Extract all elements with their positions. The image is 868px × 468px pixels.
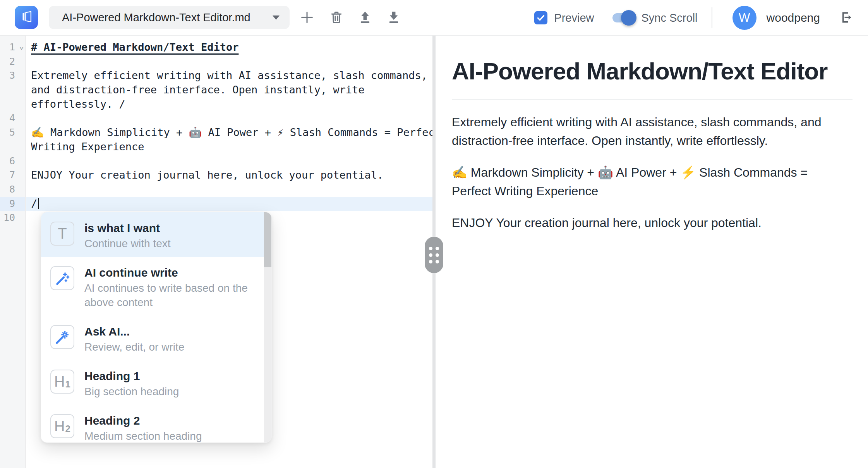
menu-item-title: is what I want (84, 220, 171, 236)
heading-1-icon: H1 (50, 370, 74, 394)
logout-icon (839, 10, 854, 26)
preview-paragraph: Extremely efficient writing with AI assi… (452, 113, 845, 150)
line-number: 5 (0, 126, 25, 140)
sync-scroll-toggle[interactable]: Sync Scroll (612, 12, 697, 24)
line-number: 3 (0, 69, 25, 83)
app-logo[interactable] (15, 6, 38, 29)
preview-paragraph: ✍️ Markdown Simplicity + 🤖 AI Power + ⚡ … (452, 163, 845, 200)
code-line-active[interactable]: / (26, 197, 432, 211)
menu-item-ai-continue-write[interactable]: AI continue write AI continues to write … (41, 257, 271, 316)
menu-item-title: AI continue write (84, 265, 256, 281)
toolbar-right: Preview Sync Scroll W woodpeng (534, 0, 856, 36)
line-number: 4 (0, 111, 25, 126)
menu-item-ask-ai[interactable]: Ask AI... Review, edit, or write (41, 316, 271, 360)
journal-book-icon (19, 9, 34, 26)
menu-item-title: Heading 2 (84, 413, 202, 429)
line-number: 8 (0, 182, 25, 197)
avatar: W (732, 6, 756, 30)
trash-icon (329, 10, 344, 25)
menu-item-heading-1[interactable]: H1 Heading 1 Big section heading (41, 360, 271, 405)
preview-pane: AI-Powered Markdown/Text Editor Extremel… (436, 36, 868, 468)
download-icon (386, 10, 401, 25)
menu-scrollbar-thumb[interactable] (264, 212, 271, 267)
line-number: 6 (0, 154, 25, 169)
text-cursor (38, 198, 39, 209)
username-label: woodpeng (767, 11, 820, 24)
code-line[interactable] (26, 182, 432, 197)
download-button[interactable] (385, 9, 403, 26)
menu-item-continue-with-text[interactable]: T is what I want Continue with text (41, 212, 271, 257)
preview-paragraph: ENJOY Your creation journal here, unlock… (452, 213, 845, 232)
line-number (0, 97, 25, 112)
toggle-knob (621, 10, 636, 26)
line-number: 1⌄ (0, 40, 25, 55)
preview-label: Preview (554, 12, 594, 24)
code-line[interactable] (26, 154, 432, 169)
fold-chevron-icon[interactable]: ⌄ (19, 39, 24, 53)
line-number: 7 (0, 168, 25, 182)
user-menu[interactable]: W woodpeng (732, 6, 820, 30)
toolbar-divider (712, 7, 712, 28)
menu-item-desc: Review, edit, or write (84, 340, 184, 354)
code-line[interactable]: effortlessly. / (26, 97, 432, 112)
menu-item-desc: Medium section heading (84, 429, 202, 443)
code-line[interactable]: Writing Experience (26, 140, 432, 154)
line-number (0, 140, 25, 154)
menu-item-desc: Big section heading (84, 384, 179, 399)
menu-item-desc: AI continues to write based on the above… (84, 281, 256, 310)
menu-item-title: Ask AI... (84, 323, 184, 340)
menu-item-title: Heading 1 (84, 368, 179, 384)
code-line[interactable]: # AI-Powered Markdown/Text Editor (26, 40, 432, 55)
checkbox-checked-icon (534, 11, 547, 24)
heading-2-icon: H2 (50, 414, 74, 438)
menu-scrollbar-track[interactable] (264, 212, 271, 442)
code-line[interactable]: ENJOY Your creation journal here, unlock… (26, 168, 432, 182)
grip-dots-icon (429, 247, 439, 263)
text-icon: T (50, 222, 74, 246)
sync-scroll-label: Sync Scroll (641, 12, 697, 24)
line-number: 2 (0, 55, 25, 69)
new-file-button[interactable] (298, 9, 316, 26)
app-window: AI-Powered Markdown-Text Editor.md (0, 0, 868, 468)
code-line[interactable] (26, 55, 432, 69)
code-line[interactable]: and distraction-free interface. Open ins… (26, 83, 432, 97)
filename-label: AI-Powered Markdown-Text Editor.md (62, 11, 250, 24)
magic-wand-icon (50, 266, 74, 290)
filename-dropdown[interactable]: AI-Powered Markdown-Text Editor.md (49, 6, 290, 29)
pane-resize-handle[interactable] (425, 237, 443, 273)
code-line[interactable] (26, 111, 432, 126)
line-number (0, 83, 25, 97)
logout-button[interactable] (837, 9, 856, 27)
code-line[interactable]: Extremely efficient writing with AI assi… (26, 69, 432, 83)
line-number-gutter: 1⌄ 2 3 4 5 6 7 8 9 10 (0, 36, 26, 468)
delete-file-button[interactable] (328, 9, 345, 26)
workspace: 1⌄ 2 3 4 5 6 7 8 9 10 # AI-Powered Markd… (0, 36, 868, 468)
menu-item-heading-2[interactable]: H2 Heading 2 Medium section heading (41, 405, 271, 443)
ask-ai-wand-icon (50, 325, 74, 349)
line-number-active: 9 (0, 197, 25, 211)
upload-button[interactable] (356, 9, 374, 26)
caret-down-icon (273, 15, 280, 20)
toggle-track (612, 13, 634, 22)
preview-checkbox[interactable]: Preview (534, 11, 594, 24)
toolbar: AI-Powered Markdown-Text Editor.md (0, 0, 868, 36)
line-number: 10 (0, 211, 25, 225)
slash-command-menu: T is what I want Continue with text A (41, 212, 272, 443)
preview-heading: AI-Powered Markdown/Text Editor (452, 57, 853, 100)
code-line[interactable]: ✍️ Markdown Simplicity + 🤖 AI Power + ⚡ … (26, 126, 432, 140)
upload-icon (358, 10, 372, 25)
plus-icon (299, 10, 315, 25)
menu-item-desc: Continue with text (84, 236, 171, 251)
